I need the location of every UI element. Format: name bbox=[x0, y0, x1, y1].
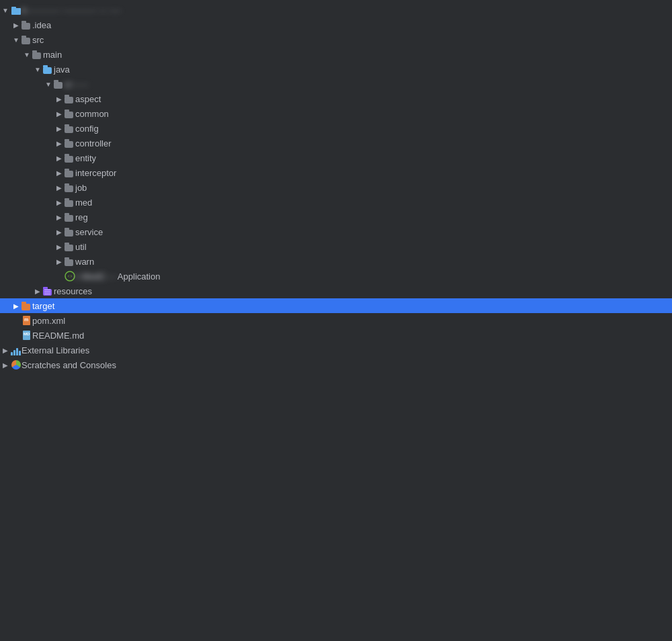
folder-idea-icon bbox=[22, 19, 32, 30]
chevron-service bbox=[54, 226, 65, 237]
folder-controller-icon bbox=[65, 138, 75, 148]
folder-util-icon bbox=[65, 241, 75, 252]
interceptor-label: interceptor bbox=[75, 168, 116, 178]
chevron-controller bbox=[54, 138, 65, 148]
chevron-scratches bbox=[0, 359, 11, 370]
svg-rect-1 bbox=[11, 7, 16, 9]
resources-label: resources bbox=[54, 286, 92, 296]
folder-pkg-root-icon bbox=[54, 79, 65, 89]
target-label: target bbox=[32, 301, 54, 311]
tree-item-java[interactable]: java bbox=[0, 62, 672, 77]
chevron-root bbox=[0, 5, 11, 15]
project-root-label: h·············· ·············· ··· ····· bbox=[22, 5, 121, 15]
med-label: med bbox=[75, 198, 92, 208]
folder-common-icon bbox=[65, 108, 75, 119]
tree-item-target[interactable]: target bbox=[0, 298, 672, 313]
tree-item-controller[interactable]: controller bbox=[0, 136, 672, 151]
folder-service-icon bbox=[65, 226, 75, 237]
folder-aspect-icon bbox=[65, 93, 75, 104]
tree-item-aspect[interactable]: aspect bbox=[0, 91, 672, 106]
folder-job-icon bbox=[65, 182, 75, 193]
tree-item-entity[interactable]: entity bbox=[0, 151, 672, 165]
chevron-util bbox=[54, 241, 65, 252]
chevron-pkg-root bbox=[43, 79, 54, 89]
folder-src-icon bbox=[22, 34, 32, 45]
chevron-config bbox=[54, 123, 65, 134]
pom-xml-label: pom.xml bbox=[32, 316, 65, 326]
controller-label: controller bbox=[75, 138, 111, 148]
java-label: java bbox=[54, 65, 70, 75]
file-tree[interactable]: h·············· ·············· ··· ·····… bbox=[0, 0, 672, 641]
pom-xml-icon: m bbox=[22, 315, 32, 326]
chevron-src bbox=[11, 34, 22, 45]
folder-resources-icon bbox=[43, 286, 54, 296]
idea-label: .idea bbox=[32, 20, 51, 30]
ext-libs-icon bbox=[11, 345, 22, 355]
chevron-warn bbox=[54, 256, 65, 267]
chevron-job bbox=[54, 182, 65, 193]
reg-label: reg bbox=[75, 212, 88, 222]
pkg-root-label: cr······· bbox=[65, 79, 89, 89]
tree-item-med[interactable]: med bbox=[0, 195, 672, 210]
folder-interceptor-icon bbox=[65, 167, 75, 178]
tree-item-main[interactable]: main bbox=[0, 47, 672, 62]
ext-libs-label: External Libraries bbox=[22, 345, 89, 355]
chevron-java bbox=[32, 64, 43, 75]
warn-label: warn bbox=[75, 257, 94, 267]
tree-item-readme[interactable]: MD README.md bbox=[0, 328, 672, 343]
common-label: common bbox=[75, 109, 109, 119]
tree-item-idea[interactable]: .idea bbox=[0, 17, 672, 32]
chevron-resources bbox=[32, 286, 43, 296]
tree-item-pkg-root[interactable]: cr······· bbox=[0, 77, 672, 91]
config-label: config bbox=[75, 124, 99, 134]
tree-item-application[interactable]: i··MedC·····Application bbox=[0, 269, 672, 284]
readme-label: README.md bbox=[32, 331, 84, 341]
folder-entity-icon bbox=[65, 153, 75, 163]
readme-md-icon: MD bbox=[22, 330, 32, 341]
chevron-med bbox=[54, 197, 65, 208]
tree-item-resources[interactable]: resources bbox=[0, 284, 672, 298]
tree-item-job[interactable]: job bbox=[0, 180, 672, 195]
tree-item-warn[interactable]: warn bbox=[0, 254, 672, 269]
chevron-reg bbox=[54, 212, 65, 222]
folder-target-icon bbox=[22, 300, 32, 311]
folder-main-icon bbox=[32, 49, 43, 60]
service-label: service bbox=[75, 227, 103, 237]
job-label: job bbox=[75, 183, 87, 193]
tree-item-interceptor[interactable]: interceptor bbox=[0, 165, 672, 180]
chevron-ext-libs bbox=[0, 345, 11, 355]
svg-rect-0 bbox=[11, 8, 21, 15]
tree-item-src[interactable]: src bbox=[0, 32, 672, 47]
scratches-label: Scratches and Consoles bbox=[22, 360, 116, 370]
tree-item-service[interactable]: service bbox=[0, 224, 672, 239]
main-label: main bbox=[43, 50, 62, 60]
tree-item-util[interactable]: util bbox=[0, 239, 672, 254]
chevron-main bbox=[22, 49, 32, 60]
folder-config-icon bbox=[65, 123, 75, 134]
folder-java-icon bbox=[43, 64, 54, 75]
chevron-idea bbox=[11, 19, 22, 30]
tree-item-config[interactable]: config bbox=[0, 121, 672, 136]
chevron-interceptor bbox=[54, 167, 65, 178]
tree-item-pom-xml[interactable]: m pom.xml bbox=[0, 313, 672, 328]
tree-item-reg[interactable]: reg bbox=[0, 210, 672, 224]
entity-label: entity bbox=[75, 153, 96, 163]
aspect-label: aspect bbox=[75, 94, 101, 104]
tree-item-ext-libs[interactable]: External Libraries bbox=[0, 343, 672, 357]
folder-med-icon bbox=[65, 197, 75, 208]
chevron-aspect bbox=[54, 93, 65, 104]
chevron-target bbox=[11, 300, 22, 311]
tree-item-scratches[interactable]: Scratches and Consoles bbox=[0, 357, 672, 372]
chevron-common bbox=[54, 108, 65, 119]
project-folder-icon bbox=[11, 5, 22, 15]
app-file-icon bbox=[65, 271, 75, 282]
project-root[interactable]: h·············· ·············· ··· ····· bbox=[0, 3, 672, 17]
svg-point-3 bbox=[69, 275, 71, 277]
scratches-icon bbox=[11, 359, 22, 370]
util-label: util bbox=[75, 242, 87, 252]
application-label: i··MedC·····Application bbox=[75, 271, 160, 282]
src-label: src bbox=[32, 35, 44, 45]
tree-item-common[interactable]: common bbox=[0, 106, 672, 121]
folder-reg-icon bbox=[65, 212, 75, 222]
chevron-entity bbox=[54, 153, 65, 163]
